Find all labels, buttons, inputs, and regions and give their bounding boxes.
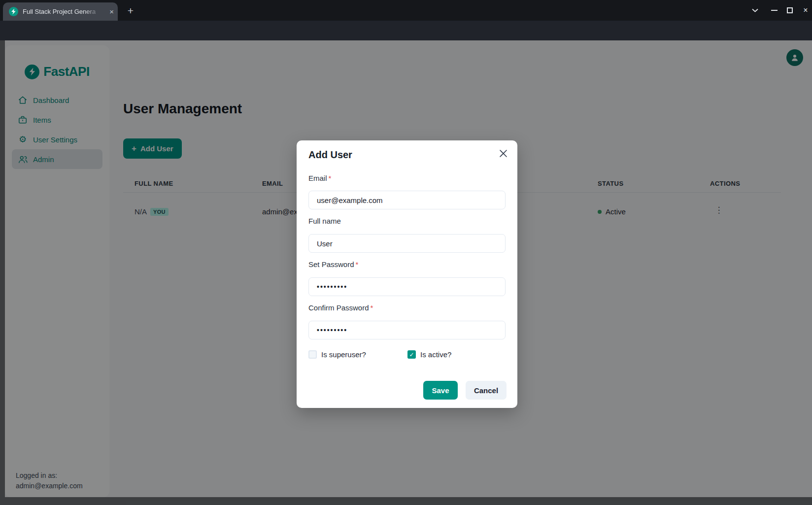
set-password-label: Set Password* [308,260,358,269]
tab-close-icon[interactable]: × [109,8,114,15]
tab-bar: Full Stack Project Genera × + × [0,0,812,21]
required-marker: * [356,260,359,269]
window-minimize-button[interactable] [769,5,779,16]
set-password-field[interactable] [308,277,506,296]
save-button[interactable]: Save [423,381,458,400]
checkbox-row: Is superuser? ✓ Is active? [308,350,506,361]
modal-title: Add User [308,149,352,161]
window-close-button[interactable]: × [800,5,811,16]
full-name-label: Full name [308,217,341,225]
cancel-button[interactable]: Cancel [466,381,507,400]
window-chevron-down-icon[interactable] [749,5,760,16]
full-name-field[interactable] [308,234,506,253]
is-active-checkbox-group[interactable]: ✓ Is active? [407,350,451,359]
email-field[interactable] [308,191,506,209]
required-marker: * [329,174,332,182]
is-superuser-checkbox[interactable] [308,350,317,359]
required-marker: * [371,303,373,312]
confirm-password-label: Confirm Password* [308,303,373,312]
new-tab-button[interactable]: + [124,5,137,18]
window-maximize-button[interactable] [784,5,795,16]
fastapi-favicon-icon [9,7,18,16]
is-active-label: Is active? [420,350,451,359]
confirm-password-field[interactable] [308,321,506,339]
browser-tab[interactable]: Full Stack Project Genera × [3,2,118,21]
is-superuser-label: Is superuser? [321,350,366,359]
browser-window: Full Stack Project Genera × + × ↻ i loca… [0,0,812,505]
browser-toolbar: ↻ i localhost/admin 1 [0,21,812,40]
is-superuser-checkbox-group[interactable]: Is superuser? [308,350,366,359]
modal-close-icon[interactable] [496,146,510,160]
is-active-checkbox[interactable]: ✓ [407,350,416,359]
tab-title: Full Stack Project Genera [23,8,102,15]
add-user-modal: Add User Email* Full name Set Password* … [297,140,517,408]
email-label: Email* [308,174,331,182]
